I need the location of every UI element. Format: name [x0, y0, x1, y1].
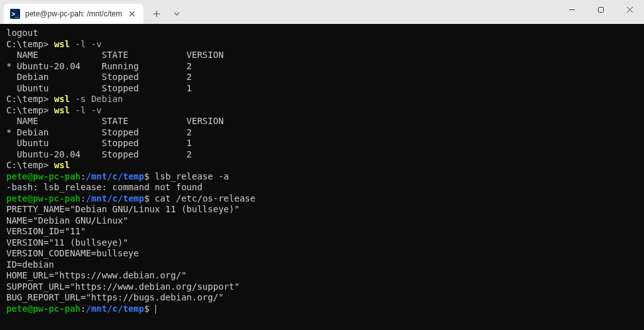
- terminal-window: >_ pete@pw-pc-pah: /mnt/c/tem: [0, 0, 644, 330]
- terminal-line: NAME STATE VERSION: [6, 50, 638, 61]
- terminal-line: C:\temp> wsl -l -v: [6, 105, 638, 117]
- minimize-button[interactable]: [557, 0, 586, 19]
- terminal-line: * Debian Stopped 2: [6, 127, 638, 139]
- terminal-line: Debian Stopped 2: [6, 72, 638, 83]
- terminal-line: pete@pw-pc-pah:/mnt/c/temp$ cat /etc/os-…: [6, 193, 638, 205]
- terminal-line: PRETTY_NAME="Debian GNU/Linux 11 (bullse…: [6, 204, 638, 215]
- terminal-line: Ubuntu Stopped 1: [6, 83, 638, 94]
- tab-actions: [143, 4, 186, 24]
- terminal-line: SUPPORT_URL="https://www.debian.org/supp…: [6, 282, 638, 293]
- cursor-icon: [155, 305, 156, 314]
- terminal-prompt-current[interactable]: pete@pw-pc-pah:/mnt/c/temp$: [6, 304, 638, 315]
- terminal-line: VERSION="11 (bullseye)": [6, 237, 638, 249]
- terminal-line: C:\temp> wsl -s Debian: [6, 94, 638, 105]
- tab-dropdown-button[interactable]: [167, 4, 186, 23]
- new-tab-button[interactable]: [147, 4, 166, 23]
- close-window-button[interactable]: [615, 0, 644, 19]
- terminal-line: pete@pw-pc-pah:/mnt/c/temp$ lsb_release …: [6, 171, 638, 183]
- terminal-line: NAME STATE VERSION: [6, 116, 638, 127]
- terminal-line: VERSION_CODENAME=bullseye: [6, 248, 638, 259]
- terminal-line: C:\temp> wsl: [6, 160, 638, 171]
- terminal-line: logout: [6, 28, 638, 39]
- titlebar: >_ pete@pw-pc-pah: /mnt/c/tem: [0, 0, 644, 24]
- tabs-area: >_ pete@pw-pc-pah: /mnt/c/tem: [0, 0, 186, 24]
- terminal-line: NAME="Debian GNU/Linux": [6, 215, 638, 227]
- tab-active[interactable]: >_ pete@pw-pc-pah: /mnt/c/tem: [4, 4, 143, 24]
- terminal-line: Ubuntu-20.04 Stopped 2: [6, 149, 638, 161]
- tab-title: pete@pw-pc-pah: /mnt/c/tem: [25, 9, 122, 18]
- terminal-line: BUG_REPORT_URL="https://bugs.debian.org/…: [6, 292, 638, 304]
- terminal-line: * Ubuntu-20.04 Running 2: [6, 61, 638, 72]
- close-icon[interactable]: [127, 9, 137, 19]
- terminal-line: VERSION_ID="11": [6, 226, 638, 237]
- terminal-line: ID=debian: [6, 259, 638, 271]
- powershell-icon: >_: [10, 9, 20, 19]
- terminal-line: -bash: lsb_release: command not found: [6, 182, 638, 193]
- svg-rect-5: [598, 7, 603, 12]
- terminal-line: C:\temp> wsl -l -v: [6, 39, 638, 50]
- terminal-body[interactable]: logout C:\temp> wsl -l -v NAME STATE VER…: [0, 24, 644, 330]
- maximize-button[interactable]: [586, 0, 615, 19]
- terminal-line: HOME_URL="https://www.debian.org/": [6, 270, 638, 282]
- window-controls: [557, 0, 644, 24]
- terminal-line: Ubuntu Stopped 1: [6, 138, 638, 149]
